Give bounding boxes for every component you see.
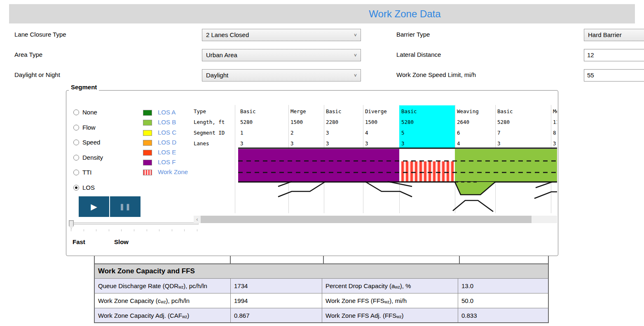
segment-8-lanes[interactable]: 3 [553, 138, 556, 149]
segment-6-lanes[interactable]: 4 [457, 138, 460, 149]
segment-7-lanes[interactable]: 3 [497, 138, 501, 149]
select-area-type[interactable]: Urban Area˅ [202, 49, 361, 61]
radio-button[interactable] [73, 155, 79, 161]
legend-swatch-los-b [143, 120, 152, 126]
segment-5-type[interactable]: Basic [401, 106, 417, 117]
fast-label: Fast [73, 238, 85, 245]
select-lane-closure-type[interactable]: 2 Lanes Closed˅ [202, 29, 361, 41]
radio-option-flow[interactable]: Flow [73, 124, 96, 131]
radio-option-los[interactable]: LOS [73, 184, 95, 191]
segment-2-lanes[interactable]: 3 [290, 138, 294, 149]
tick-mark [134, 229, 134, 231]
input-lateral-distance[interactable]: 12 [584, 49, 644, 61]
segment-6-length[interactable]: 2640 [457, 117, 469, 128]
tick-mark [197, 229, 197, 231]
table-row: Queue Discharge Rate (QDRwz), pc/h/ln173… [94, 279, 549, 293]
radio-option-tti[interactable]: TTI [73, 169, 92, 176]
play-button[interactable]: ▶ [79, 196, 109, 217]
play-icon: ▶ [91, 202, 97, 212]
segment-2-id[interactable]: 2 [290, 128, 294, 138]
segment-1-lanes[interactable]: 3 [240, 138, 244, 149]
radio-button[interactable] [73, 185, 79, 191]
segment-6-type[interactable]: Weaving [457, 106, 479, 117]
speed-slider-track[interactable] [69, 222, 199, 225]
metric-label-text: ), % [400, 282, 411, 289]
radio-button[interactable] [73, 140, 79, 145]
metric-label-text: Work Zone FFS Adj. (FFS [326, 312, 396, 319]
segment-visualization: TypeLength, ftSegment IDLanesBasic528013… [190, 103, 557, 224]
chevron-down-icon: ˅ [354, 70, 357, 82]
input-work-zone-speed-limit[interactable]: 55 [584, 69, 644, 82]
metric-label-text: wz [161, 300, 166, 304]
radio-button[interactable] [73, 170, 79, 175]
tick-mark [96, 229, 96, 231]
segment-3-length[interactable]: 2280 [326, 117, 338, 128]
segment-3-type[interactable]: Basic [326, 106, 342, 117]
segment-table-row-header: Lanes [194, 138, 209, 149]
tick-mark [184, 229, 185, 231]
form-label-work-zone-speed-limit: Work Zone Speed Limit, mi/h [396, 71, 476, 78]
road-segment-los-F [363, 149, 399, 182]
form-label-lateral-distance: Lateral Distance [396, 51, 441, 58]
segment-3-lanes[interactable]: 3 [326, 138, 329, 149]
segment-7-length[interactable]: 5280 [497, 117, 510, 128]
road-segment-los-F [288, 149, 324, 182]
legend-swatch-los-d [143, 140, 152, 146]
pause-button[interactable]: ❚❚ [110, 196, 141, 217]
radio-selected-dot [75, 186, 77, 189]
segment-8-id[interactable]: 8 [553, 128, 556, 138]
segment-4-lanes[interactable]: 3 [365, 138, 368, 149]
radio-label: TTI [82, 169, 92, 176]
scrollbar-left-arrow[interactable]: ‹ [194, 216, 201, 223]
segment-5-lanes[interactable]: 3 [401, 138, 405, 149]
segment-2-length[interactable]: 1500 [290, 117, 303, 128]
metric-value: 1734 [231, 279, 322, 293]
segment-1-id[interactable]: 1 [240, 128, 244, 138]
radio-option-none[interactable]: None [73, 109, 97, 116]
legend-label: LOS B [158, 119, 176, 126]
radio-option-density[interactable]: Density [73, 154, 103, 161]
road-segment-los-B [455, 149, 495, 182]
metric-label: Work Zone Capacity Adj. (CAFwz) [95, 308, 231, 322]
segment-7-id[interactable]: 7 [497, 128, 501, 138]
metric-label-text: ) [187, 312, 189, 319]
metric-label-text: Work Zone FFS (FFS [326, 297, 384, 304]
select-daylight-or-night[interactable]: Daylight˅ [202, 69, 361, 82]
select-barrier-type[interactable]: Hard Barrier [584, 29, 644, 41]
road-segment-los-B [495, 149, 551, 182]
metric-label-text: ), mi/h [389, 297, 407, 304]
segment-3-id[interactable]: 3 [326, 128, 329, 138]
segment-4-id[interactable]: 4 [365, 128, 368, 138]
tick-mark [71, 229, 71, 231]
form-label-daylight-or-night: Daylight or Night [14, 71, 60, 78]
tick-mark [147, 229, 147, 231]
pause-icon: ❚❚ [119, 203, 131, 210]
segment-7-type[interactable]: Basic [497, 106, 513, 117]
work-zone-capacity-table: Work Zone Capacity and FFS Queue Dischar… [94, 256, 549, 323]
legend-swatch-los-f [143, 160, 152, 165]
segment-4-type[interactable]: Diverge [365, 106, 387, 117]
radio-label: Density [82, 154, 103, 161]
radio-option-speed[interactable]: Speed [73, 139, 100, 146]
radio-button[interactable] [73, 109, 79, 115]
slow-label: Slow [114, 238, 129, 245]
segment-6-id[interactable]: 6 [457, 128, 460, 138]
horizontal-scrollbar[interactable]: ‹ [194, 216, 557, 223]
table-row: Work Zone Capacity (cwz), pc/h/ln1994Wor… [94, 293, 549, 308]
segment-8-type[interactable]: Mer [553, 106, 557, 117]
legend-swatch-los-a [143, 110, 152, 116]
scrollbar-thumb[interactable] [201, 216, 532, 223]
tick-mark [121, 229, 122, 231]
segment-4-length[interactable]: 1500 [365, 117, 377, 128]
radio-label: Flow [82, 124, 96, 131]
segment-1-length[interactable]: 5280 [240, 117, 253, 128]
table-column-divider [323, 256, 324, 263]
metric-label-text: wz [396, 314, 401, 319]
segment-2-type[interactable]: Merge [290, 106, 306, 117]
segment-5-length[interactable]: 5280 [401, 117, 414, 128]
segment-8-length[interactable]: 114 [553, 117, 557, 128]
segment-5-id[interactable]: 5 [401, 128, 405, 138]
metric-value: 13.0 [458, 279, 548, 293]
radio-button[interactable] [73, 125, 79, 130]
segment-1-type[interactable]: Basic [240, 106, 256, 117]
